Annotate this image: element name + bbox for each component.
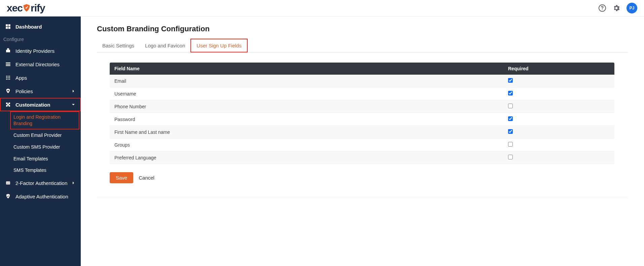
signup-fields-table: Field Name Required EmailUsernamePhone N… <box>110 63 614 164</box>
sidebar-item-adaptive-auth[interactable]: Adaptive Authentication <box>0 190 81 203</box>
sidebar-label: Apps <box>15 75 27 81</box>
sidebar-sublabel: Custom Email Provider <box>13 132 62 138</box>
sidebar-item-policies[interactable]: Policies <box>0 84 81 98</box>
tab-user-signup-fields[interactable]: User Sign Up Fields <box>190 39 247 52</box>
briefcase-icon <box>5 47 11 54</box>
brand-text-post: rify <box>31 2 45 14</box>
sidebar-label: Identity Providers <box>15 48 55 54</box>
chevron-down-icon <box>71 102 76 107</box>
chevron-right-icon <box>71 180 76 186</box>
required-checkbox[interactable] <box>508 91 513 96</box>
header-actions: PJ <box>598 3 637 13</box>
sidebar-section-configure: Configure <box>0 33 81 44</box>
svg-rect-7 <box>6 63 10 63</box>
svg-text:123: 123 <box>6 182 10 184</box>
app-header: xec rify PJ <box>0 0 644 16</box>
svg-rect-5 <box>8 27 10 29</box>
sidebar-sublabel: Email Templates <box>13 156 48 161</box>
field-name-cell: Password <box>110 113 503 126</box>
field-name-cell: Phone Number <box>110 100 503 113</box>
svg-point-15 <box>9 77 10 78</box>
sidebar-label: Adaptive Authentication <box>15 194 68 199</box>
shield-search-icon <box>5 88 11 94</box>
svg-point-17 <box>8 79 9 80</box>
chevron-right-icon <box>71 88 76 94</box>
sidebar-label: 2-Factor Authentication <box>15 180 67 186</box>
tab-logo-favicon[interactable]: Logo and Favicon <box>140 39 190 52</box>
avatar-initials: PJ <box>630 6 635 10</box>
required-cell <box>503 139 614 151</box>
sidebar-label: Dashboard <box>15 24 42 30</box>
cancel-button[interactable]: Cancel <box>139 175 154 181</box>
help-icon[interactable] <box>598 4 606 12</box>
required-checkbox[interactable] <box>508 155 513 159</box>
brand-text-pre: xec <box>7 2 23 14</box>
avatar[interactable]: PJ <box>627 3 637 13</box>
sidebar-label: External Directories <box>15 62 60 67</box>
table-row: Email <box>110 75 614 87</box>
svg-point-19 <box>7 90 9 91</box>
field-name-cell: Username <box>110 87 503 100</box>
content-divider <box>97 197 628 197</box>
sidebar-item-external-directories[interactable]: External Directories <box>0 58 81 71</box>
sidebar-label: Customization <box>15 102 50 108</box>
sidebar-subitem-email-provider[interactable]: Custom Email Provider <box>0 129 81 141</box>
svg-rect-8 <box>6 64 10 65</box>
sidebar-subitem-email-templates[interactable]: Email Templates <box>0 153 81 165</box>
sidebar-label: Policies <box>15 88 33 94</box>
table-row: Password <box>110 113 614 126</box>
sidebar-subitem-login-branding[interactable]: Login and Registration Branding <box>10 111 79 129</box>
svg-rect-4 <box>6 27 8 29</box>
svg-rect-2 <box>6 24 8 26</box>
action-buttons: Save Cancel <box>110 172 628 183</box>
puzzle-icon <box>5 101 11 108</box>
required-cell <box>503 151 614 164</box>
table-row: Groups <box>110 139 614 151</box>
sidebar-sublabel: Custom SMS Provider <box>13 144 60 150</box>
brand-logo[interactable]: xec rify <box>7 2 45 14</box>
required-checkbox[interactable] <box>508 104 513 108</box>
save-button[interactable]: Save <box>110 172 133 183</box>
gear-icon[interactable] <box>612 4 620 12</box>
required-cell <box>503 100 614 113</box>
sidebar-subitem-sms-templates[interactable]: SMS Templates <box>0 164 81 176</box>
required-checkbox[interactable] <box>508 129 513 134</box>
svg-rect-9 <box>6 65 10 66</box>
keypad-icon: 123 <box>5 180 11 186</box>
table-row: Phone Number <box>110 100 614 113</box>
brand-shield-icon <box>23 3 31 13</box>
sidebar-subitem-sms-provider[interactable]: Custom SMS Provider <box>0 141 81 153</box>
svg-point-12 <box>9 76 10 77</box>
required-cell <box>503 126 614 139</box>
sidebar-item-identity-providers[interactable]: Identity Providers <box>0 44 81 58</box>
page-title: Custom Branding Configuration <box>97 25 628 33</box>
svg-point-18 <box>9 79 10 80</box>
table-row: Preferred Language <box>110 151 614 164</box>
dashboard-icon <box>5 23 11 30</box>
field-name-cell: Preferred Language <box>110 151 503 164</box>
sidebar: Dashboard Configure Identity Providers E… <box>0 16 81 266</box>
svg-point-11 <box>8 76 9 77</box>
required-cell <box>503 113 614 126</box>
required-checkbox[interactable] <box>508 78 513 83</box>
required-cell <box>503 87 614 100</box>
tab-basic-settings[interactable]: Basic Settings <box>97 39 140 52</box>
table-row: First Name and Last name <box>110 126 614 139</box>
required-cell <box>503 75 614 87</box>
svg-point-1 <box>602 9 603 10</box>
tab-bar: Basic Settings Logo and Favicon User Sig… <box>97 39 628 52</box>
required-checkbox[interactable] <box>508 116 513 121</box>
svg-rect-3 <box>8 24 10 26</box>
svg-point-10 <box>6 76 7 77</box>
sidebar-item-apps[interactable]: Apps <box>0 71 81 84</box>
field-name-cell: First Name and Last name <box>110 126 503 139</box>
svg-point-16 <box>6 79 7 80</box>
sidebar-item-2fa[interactable]: 123 2-Factor Authentication <box>0 176 81 190</box>
sidebar-item-customization[interactable]: Customization <box>0 98 81 111</box>
required-checkbox[interactable] <box>508 142 513 147</box>
table-row: Username <box>110 87 614 100</box>
list-icon <box>5 61 11 68</box>
sidebar-item-dashboard[interactable]: Dashboard <box>0 20 81 33</box>
field-name-cell: Groups <box>110 139 503 151</box>
sidebar-sublabel: Login and Registration Branding <box>13 114 61 126</box>
